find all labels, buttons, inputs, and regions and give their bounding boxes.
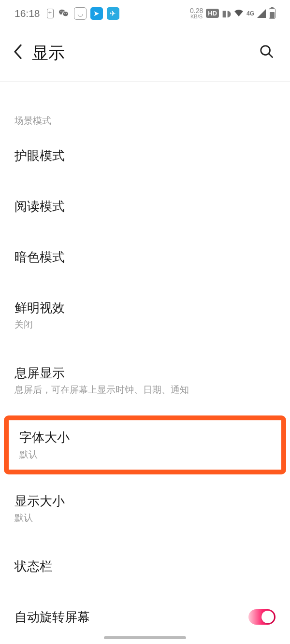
row-sub: 默认 [19, 448, 271, 461]
row-eye-protection[interactable]: 护眼模式 [0, 135, 290, 177]
search-icon [259, 44, 274, 58]
row-always-on-display[interactable]: 息屏显示 息屏后，可在屏幕上显示时钟、日期、通知 [0, 352, 290, 409]
back-button[interactable] [14, 42, 28, 64]
row-display-size[interactable]: 显示大小 默认 [0, 480, 290, 537]
highlight-annotation: 字体大小 默认 [4, 415, 286, 474]
bird-app-icon: ➤ [90, 7, 103, 20]
row-sub: 息屏后，可在屏幕上显示时钟、日期、通知 [14, 384, 276, 396]
vibrate-icon: ▮◗ [222, 8, 231, 19]
telegram-icon: ✈ [107, 7, 119, 20]
row-dark-mode[interactable]: 暗色模式 [0, 236, 290, 278]
page-title: 显示 [32, 42, 256, 64]
wechat-icon [58, 7, 70, 20]
pocket-icon: ◡ [74, 7, 87, 20]
row-title: 自动旋转屏幕 [14, 609, 241, 626]
row-title: 护眼模式 [14, 147, 276, 164]
signal-icon [257, 9, 266, 18]
row-title: 阅读模式 [14, 198, 276, 215]
page-header: 显示 [0, 27, 290, 81]
status-bar: 16:18 ◡ ➤ ✈ 0.28 KB/S HD ▮◗ 4G [0, 0, 290, 27]
home-indicator[interactable] [104, 636, 186, 639]
row-font-size[interactable]: 字体大小 默认 [9, 420, 281, 469]
row-title: 显示大小 [14, 493, 276, 510]
row-vivid-effect[interactable]: 鲜明视效 关闭 [0, 287, 290, 343]
row-title: 息屏显示 [14, 365, 276, 382]
charging-icon [47, 9, 54, 18]
row-sub: 关闭 [14, 318, 276, 331]
status-time: 16:18 [14, 8, 40, 19]
row-title: 字体大小 [19, 429, 271, 446]
row-title: 鲜明视效 [14, 300, 276, 316]
hd-badge: HD [206, 9, 219, 18]
section-label-scene: 场景模式 [0, 82, 290, 135]
wifi-icon [234, 8, 244, 19]
row-reading-mode[interactable]: 阅读模式 [0, 186, 290, 228]
row-title: 暗色模式 [14, 249, 276, 266]
search-button[interactable] [256, 41, 276, 65]
net-speed: 0.28 KB/S [190, 7, 203, 19]
auto-rotate-toggle[interactable] [248, 609, 276, 625]
row-auto-rotate[interactable]: 自动旋转屏幕 [0, 596, 290, 638]
row-sub: 默认 [14, 512, 276, 524]
network-type: 4G [246, 11, 254, 16]
svg-line-1 [269, 54, 273, 57]
row-status-bar[interactable]: 状态栏 [0, 545, 290, 587]
battery-icon [269, 8, 276, 19]
row-title: 状态栏 [14, 558, 276, 575]
